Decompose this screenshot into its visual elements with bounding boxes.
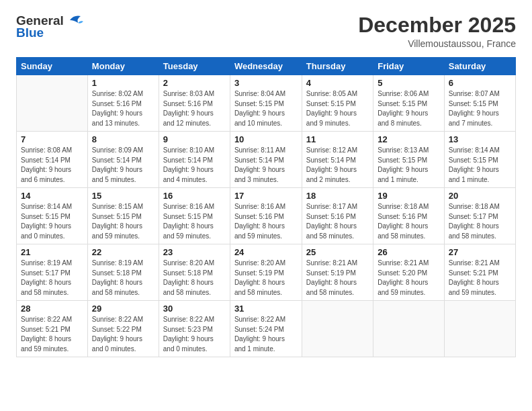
day-info: Sunrise: 8:19 AM Sunset: 5:17 PM Dayligh…	[21, 259, 83, 298]
calendar-cell: 19Sunrise: 8:18 AM Sunset: 5:16 PM Dayli…	[373, 188, 445, 244]
day-number: 15	[92, 191, 154, 201]
day-number: 3	[234, 78, 298, 88]
calendar-cell: 3Sunrise: 8:04 AM Sunset: 5:15 PM Daylig…	[230, 75, 302, 132]
day-number: 9	[163, 134, 226, 144]
logo-blue: Blue	[16, 26, 44, 40]
day-number: 11	[306, 134, 369, 144]
day-info: Sunrise: 8:20 AM Sunset: 5:19 PM Dayligh…	[234, 259, 298, 298]
calendar-header-row: Sunday Monday Tuesday Wednesday Thursday…	[17, 58, 516, 75]
day-info: Sunrise: 8:14 AM Sunset: 5:15 PM Dayligh…	[449, 146, 511, 185]
calendar-cell: 17Sunrise: 8:16 AM Sunset: 5:16 PM Dayli…	[230, 188, 302, 244]
calendar-cell: 11Sunrise: 8:12 AM Sunset: 5:14 PM Dayli…	[302, 132, 373, 188]
day-number: 17	[234, 191, 298, 201]
calendar-table: Sunday Monday Tuesday Wednesday Thursday…	[16, 57, 516, 357]
day-info: Sunrise: 8:19 AM Sunset: 5:18 PM Dayligh…	[92, 259, 154, 298]
day-number: 24	[234, 247, 298, 257]
location: Villemoustaussou, France	[358, 38, 516, 49]
calendar-cell: 4Sunrise: 8:05 AM Sunset: 5:15 PM Daylig…	[302, 75, 373, 132]
day-number: 27	[449, 247, 511, 257]
day-number: 29	[92, 304, 154, 314]
calendar-cell: 25Sunrise: 8:21 AM Sunset: 5:19 PM Dayli…	[302, 244, 373, 301]
calendar-cell	[444, 301, 515, 357]
calendar-cell: 15Sunrise: 8:15 AM Sunset: 5:15 PM Dayli…	[87, 188, 159, 244]
day-info: Sunrise: 8:13 AM Sunset: 5:15 PM Dayligh…	[378, 146, 440, 185]
col-sunday: Sunday	[17, 58, 88, 75]
calendar-cell: 16Sunrise: 8:16 AM Sunset: 5:15 PM Dayli…	[159, 188, 230, 244]
day-info: Sunrise: 8:09 AM Sunset: 5:14 PM Dayligh…	[92, 146, 154, 185]
calendar-cell: 8Sunrise: 8:09 AM Sunset: 5:14 PM Daylig…	[87, 132, 159, 188]
day-info: Sunrise: 8:22 AM Sunset: 5:21 PM Dayligh…	[21, 315, 83, 354]
calendar-cell: 20Sunrise: 8:18 AM Sunset: 5:17 PM Dayli…	[444, 188, 515, 244]
day-info: Sunrise: 8:20 AM Sunset: 5:18 PM Dayligh…	[163, 259, 226, 298]
calendar-cell: 30Sunrise: 8:22 AM Sunset: 5:23 PM Dayli…	[159, 301, 230, 357]
day-info: Sunrise: 8:15 AM Sunset: 5:15 PM Dayligh…	[92, 202, 154, 241]
day-info: Sunrise: 8:17 AM Sunset: 5:16 PM Dayligh…	[306, 202, 369, 241]
day-number: 19	[378, 191, 440, 201]
day-number: 26	[378, 247, 440, 257]
calendar-cell	[373, 301, 445, 357]
day-info: Sunrise: 8:21 AM Sunset: 5:20 PM Dayligh…	[378, 259, 440, 298]
logo-bird-icon	[66, 13, 83, 27]
calendar-cell: 27Sunrise: 8:21 AM Sunset: 5:21 PM Dayli…	[444, 244, 515, 301]
month-title: December 2025	[358, 13, 516, 37]
day-info: Sunrise: 8:22 AM Sunset: 5:24 PM Dayligh…	[234, 315, 298, 354]
day-info: Sunrise: 8:18 AM Sunset: 5:16 PM Dayligh…	[378, 202, 440, 241]
calendar-week-row: 21Sunrise: 8:19 AM Sunset: 5:17 PM Dayli…	[17, 244, 516, 301]
col-thursday: Thursday	[302, 58, 373, 75]
day-number: 1	[92, 78, 154, 88]
calendar-cell: 22Sunrise: 8:19 AM Sunset: 5:18 PM Dayli…	[87, 244, 159, 301]
day-info: Sunrise: 8:22 AM Sunset: 5:22 PM Dayligh…	[92, 315, 154, 354]
calendar-cell: 14Sunrise: 8:14 AM Sunset: 5:15 PM Dayli…	[17, 188, 88, 244]
col-wednesday: Wednesday	[230, 58, 302, 75]
day-info: Sunrise: 8:03 AM Sunset: 5:16 PM Dayligh…	[163, 89, 226, 128]
day-number: 8	[92, 134, 154, 144]
day-info: Sunrise: 8:21 AM Sunset: 5:21 PM Dayligh…	[449, 259, 511, 298]
calendar-cell: 1Sunrise: 8:02 AM Sunset: 5:16 PM Daylig…	[87, 75, 159, 132]
day-number: 23	[163, 247, 226, 257]
col-saturday: Saturday	[444, 58, 515, 75]
calendar-cell: 21Sunrise: 8:19 AM Sunset: 5:17 PM Dayli…	[17, 244, 88, 301]
calendar-cell: 6Sunrise: 8:07 AM Sunset: 5:15 PM Daylig…	[444, 75, 515, 132]
calendar-week-row: 28Sunrise: 8:22 AM Sunset: 5:21 PM Dayli…	[17, 301, 516, 357]
day-info: Sunrise: 8:10 AM Sunset: 5:14 PM Dayligh…	[163, 146, 226, 185]
day-info: Sunrise: 8:11 AM Sunset: 5:14 PM Dayligh…	[234, 146, 298, 185]
calendar-cell: 10Sunrise: 8:11 AM Sunset: 5:14 PM Dayli…	[230, 132, 302, 188]
day-number: 22	[92, 247, 154, 257]
day-number: 31	[234, 304, 298, 314]
day-number: 16	[163, 191, 226, 201]
day-info: Sunrise: 8:02 AM Sunset: 5:16 PM Dayligh…	[92, 89, 154, 128]
calendar-cell	[302, 301, 373, 357]
day-info: Sunrise: 8:05 AM Sunset: 5:15 PM Dayligh…	[306, 89, 369, 128]
day-number: 14	[21, 191, 83, 201]
day-number: 20	[449, 191, 511, 201]
day-number: 28	[21, 304, 83, 314]
day-info: Sunrise: 8:16 AM Sunset: 5:15 PM Dayligh…	[163, 202, 226, 241]
col-friday: Friday	[373, 58, 445, 75]
day-number: 18	[306, 191, 369, 201]
calendar-cell: 28Sunrise: 8:22 AM Sunset: 5:21 PM Dayli…	[17, 301, 88, 357]
logo: General Blue	[16, 13, 83, 40]
col-tuesday: Tuesday	[159, 58, 230, 75]
day-info: Sunrise: 8:07 AM Sunset: 5:15 PM Dayligh…	[449, 89, 511, 128]
day-number: 6	[449, 78, 511, 88]
calendar-cell	[17, 75, 88, 132]
day-info: Sunrise: 8:21 AM Sunset: 5:19 PM Dayligh…	[306, 259, 369, 298]
day-number: 2	[163, 78, 226, 88]
calendar-cell: 29Sunrise: 8:22 AM Sunset: 5:22 PM Dayli…	[87, 301, 159, 357]
calendar-cell: 5Sunrise: 8:06 AM Sunset: 5:15 PM Daylig…	[373, 75, 445, 132]
calendar-cell: 12Sunrise: 8:13 AM Sunset: 5:15 PM Dayli…	[373, 132, 445, 188]
day-number: 4	[306, 78, 369, 88]
day-info: Sunrise: 8:04 AM Sunset: 5:15 PM Dayligh…	[234, 89, 298, 128]
page: General Blue December 2025 Villemoustaus…	[0, 0, 532, 411]
calendar-cell: 7Sunrise: 8:08 AM Sunset: 5:14 PM Daylig…	[17, 132, 88, 188]
day-number: 13	[449, 134, 511, 144]
day-number: 12	[378, 134, 440, 144]
calendar-cell: 23Sunrise: 8:20 AM Sunset: 5:18 PM Dayli…	[159, 244, 230, 301]
calendar-week-row: 7Sunrise: 8:08 AM Sunset: 5:14 PM Daylig…	[17, 132, 516, 188]
calendar-cell: 26Sunrise: 8:21 AM Sunset: 5:20 PM Dayli…	[373, 244, 445, 301]
day-number: 21	[21, 247, 83, 257]
day-info: Sunrise: 8:22 AM Sunset: 5:23 PM Dayligh…	[163, 315, 226, 354]
day-info: Sunrise: 8:08 AM Sunset: 5:14 PM Dayligh…	[21, 146, 83, 185]
day-number: 25	[306, 247, 369, 257]
calendar-cell: 13Sunrise: 8:14 AM Sunset: 5:15 PM Dayli…	[444, 132, 515, 188]
